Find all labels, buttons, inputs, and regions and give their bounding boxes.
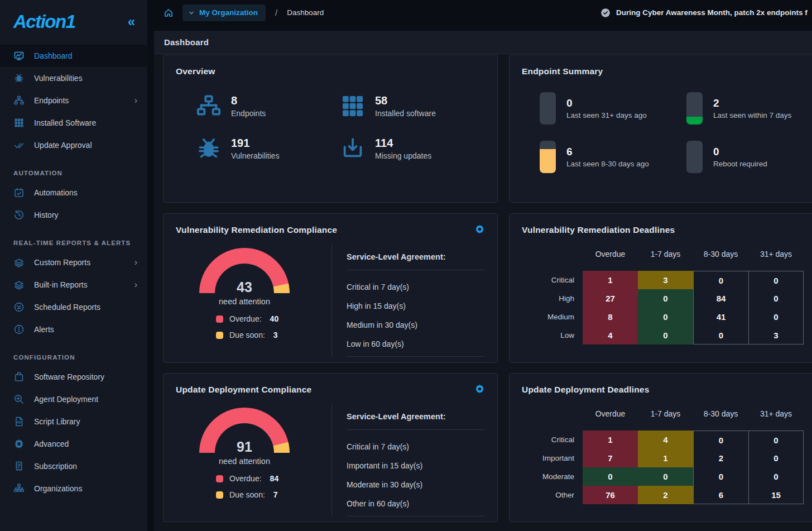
sidebar-item-alerts[interactable]: Alerts [0,318,147,341]
page-title: Dashboard [154,31,812,54]
endpoint-summary-item[interactable]: 0Last seen 31+ days ago [540,92,686,125]
card-title: Overview [176,66,215,76]
overview-stat[interactable]: 114Missing updates [340,136,484,161]
announcement-banner: During Cyber Awareness Month, patch 2x e… [600,7,812,18]
stat-value: 2 [713,97,791,109]
dashboard-icon [13,50,25,61]
endpoint-summary-item[interactable]: 2Last seen within 7 days [686,92,812,125]
stat-value: 58 [375,94,436,107]
sidebar-item-organizations[interactable]: Organizations [0,477,147,500]
sidebar-item-subscription[interactable]: Subscription [0,455,147,477]
half-donut-gauge: 43 [199,248,290,293]
chevron-down-icon [188,9,195,16]
sidebar-item-label: Endpoints [34,96,69,105]
sidebar-item-update-approval[interactable]: Update Approval [0,134,147,156]
overview-stat[interactable]: 8Endpoints [196,93,340,119]
sidebar-section-label: AUTOMATION [0,170,147,176]
deadline-cell: 0 [693,271,748,289]
organization-name: My Organization [199,8,258,17]
sidebar-item-built-in-reports[interactable]: Built-in Reports› [0,274,147,296]
deadline-cell: 3 [748,326,804,345]
deadline-cell: 0 [583,467,638,486]
settings-gear-icon[interactable] [474,224,485,235]
sidebar-item-installed-software[interactable]: Installed Software [0,112,147,134]
sidebar-item-advanced[interactable]: Advanced [0,433,147,455]
overview-stat-text: 8Endpoints [231,94,266,118]
deadline-cell: 0 [748,308,804,326]
sidebar-item-script-library[interactable]: Script Library [0,410,147,433]
chevron-right-icon: › [134,258,137,267]
legend-value: 40 [270,314,279,323]
script-library-icon [13,416,25,427]
stat-value: 6 [566,146,649,158]
endpoint-summary-item[interactable]: 6Last seen 8-30 days ago [540,141,686,173]
stat-label: Last seen 31+ days ago [566,111,647,119]
sla-item: Other in 60 day(s) [347,489,485,508]
status-bar [540,92,556,125]
sla-list: Critical in 7 day(s)High in 15 day(s)Med… [347,270,485,357]
breadcrumb-separator: / [275,8,277,17]
deadline-cell: 1 [583,430,638,449]
column-header: 1-7 days [638,250,693,271]
sla-item: Critical in 7 day(s) [347,432,485,451]
sidebar-item-label: Automations [34,188,78,197]
sidebar-item-custom-reports[interactable]: Custom Reports› [0,251,147,274]
legend-dot [216,315,223,323]
legend-dot [216,491,223,499]
overview-stat[interactable]: 191Vulnerabilities [196,136,340,161]
home-icon[interactable] [163,7,174,18]
sidebar-nav: DashboardVulnerabilitiesEndpoints›Instal… [0,45,147,500]
card-title: Vulnerability Remediation Compliance [176,225,337,235]
sidebar-item-label: Built-in Reports [34,280,88,289]
vulnerability-remediation-compliance-card: Vulnerability Remediation Compliance 43n… [163,213,498,363]
sidebar-item-label: Vulnerabilities [34,74,83,83]
endpoint-summary-item[interactable]: 0Reboot required [686,141,812,173]
overview-stat-text: 191Vulnerabilities [231,137,280,160]
row-label: Important [522,449,583,467]
sidebar-item-automations[interactable]: Automations [0,181,147,204]
deadline-cell: 27 [583,289,638,308]
update-deployment-deadlines-card: Update Deployment Deadlines Overdue1-7 d… [509,373,812,522]
deadline-cell: 0 [748,271,804,289]
stat-value: 114 [375,137,431,150]
sidebar-section-label: CONFIGURATION [0,354,147,361]
builtin-reports-icon [13,279,25,290]
overview-stat-text: 58Installed software [375,94,436,118]
organization-selector[interactable]: My Organization [182,4,266,21]
status-bar [686,92,703,125]
deadline-cell: 0 [748,467,804,486]
card-title: Vulnerability Remediation Deadlines [522,225,675,235]
row-label: Other [522,486,583,504]
sidebar-item-scheduled-reports[interactable]: Scheduled Reports [0,296,147,318]
settings-gear-icon[interactable] [474,384,485,394]
deadline-cell: 41 [693,308,748,326]
sidebar-item-endpoints[interactable]: Endpoints› [0,89,147,112]
topbar: My Organization / Dashboard During Cyber… [147,0,812,25]
column-header: Overdue [583,409,638,430]
deadline-cell: 0 [638,289,693,308]
deadline-cell: 0 [638,326,693,345]
row-label: Medium [522,308,583,326]
sidebar-item-agent-deployment[interactable]: Agent Deployment [0,388,147,410]
stat-value: 8 [231,94,266,107]
endpoint-summary-text: 0Last seen 31+ days ago [566,97,647,120]
deadline-cell: 2 [693,449,748,467]
column-header: 1-7 days [638,409,693,430]
row-label: Moderate [522,467,583,486]
sidebar-item-dashboard[interactable]: Dashboard [0,45,147,67]
column-header: 31+ days [748,409,804,430]
status-bar [686,141,703,173]
sidebar-item-software-repository[interactable]: Software Repository [0,366,147,388]
sidebar-item-label: Installed Software [34,118,96,127]
sidebar-item-label: Agent Deployment [34,395,98,404]
sidebar-item-history[interactable]: History [0,204,147,226]
sla-item: Important in 15 day(s) [347,451,485,470]
vulnerability-remediation-deadlines-card: Vulnerability Remediation Deadlines Over… [509,213,812,363]
row-label: High [522,289,583,308]
content-panel: Dashboard Overview 8Endpoints58Installed… [154,31,812,531]
sidebar-item-vulnerabilities[interactable]: Vulnerabilities [0,67,147,89]
overview-stat-text: 114Missing updates [375,137,431,160]
update-deployment-compliance-card: Update Deployment Compliance 91need atte… [163,373,498,522]
sidebar-collapse-icon[interactable]: « [128,15,135,28]
overview-stat[interactable]: 58Installed software [340,93,484,119]
